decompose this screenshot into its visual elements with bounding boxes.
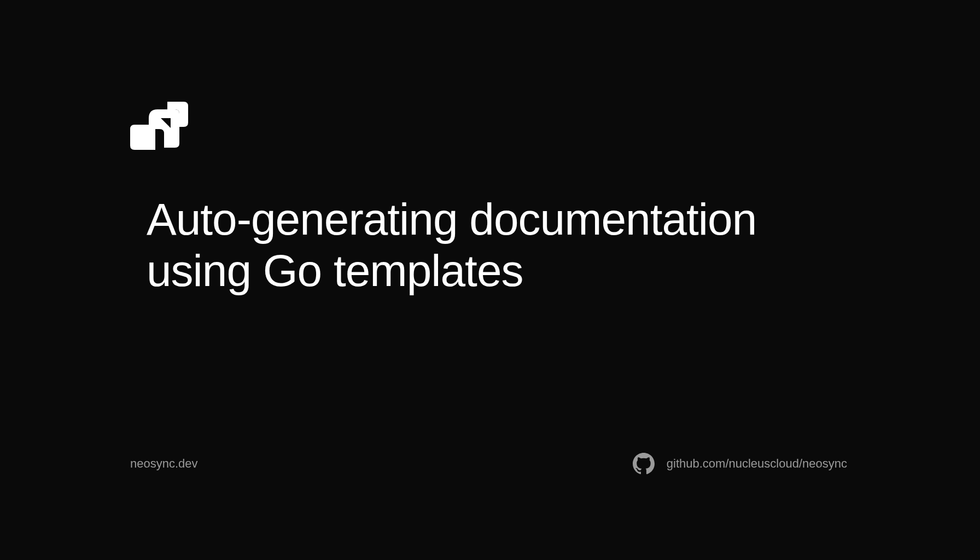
github-section[interactable]: github.com/nucleuscloud/neosync: [633, 453, 847, 475]
slide-container: Auto-generating documentation using Go t…: [92, 52, 888, 508]
neosync-logo-icon: [130, 102, 188, 150]
slide-title: Auto-generating documentation using Go t…: [147, 194, 833, 297]
github-link-text: github.com/nucleuscloud/neosync: [667, 457, 847, 471]
slide-footer: neosync.dev github.com/nucleuscloud/neos…: [130, 453, 847, 475]
github-icon: [633, 453, 655, 475]
website-link[interactable]: neosync.dev: [130, 457, 198, 471]
